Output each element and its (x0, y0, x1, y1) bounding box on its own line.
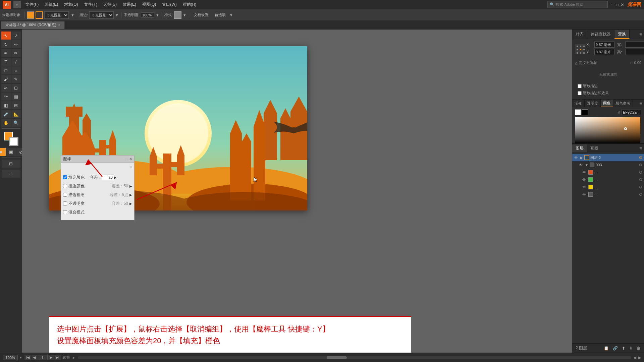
menu-type[interactable]: 文字(T) (82, 1, 100, 8)
artboard-tool[interactable]: ⊟ (2, 160, 20, 168)
panel-minimize-icon[interactable]: ─ (125, 157, 128, 161)
stroke-color-swatch[interactable] (36, 11, 43, 19)
tab-align[interactable]: 对齐 (572, 30, 587, 39)
reflect-tool[interactable]: ⇔ (11, 40, 21, 48)
bar-chart-tool[interactable]: ▦ (11, 93, 21, 101)
menu-object[interactable]: 对象(O) (61, 1, 80, 8)
page-input[interactable] (38, 355, 48, 360)
last-page-btn[interactable]: ▶| (54, 355, 61, 360)
prev-page-btn[interactable]: ◀ (32, 355, 37, 360)
tab-gradient[interactable]: 渐变 (572, 100, 585, 107)
delete-layer-icon[interactable]: 🗑 (635, 345, 642, 351)
scroll-left-btn[interactable]: ◀ (633, 355, 636, 360)
first-page-btn[interactable]: |◀ (24, 355, 31, 360)
dark-item-name[interactable]: ... (594, 192, 638, 196)
layer2-name[interactable]: 图层 2 (590, 155, 638, 160)
layer2-visibility-icon[interactable]: 👁 (574, 156, 579, 160)
yellow-item-name[interactable]: ... (594, 185, 638, 189)
add-anchor-tool[interactable]: ✏ (11, 49, 21, 57)
opacity-checkbox[interactable] (63, 201, 67, 205)
new-layer-icon[interactable]: 📋 (602, 345, 610, 351)
style-swatch[interactable] (174, 11, 181, 19)
green-item-circle[interactable] (639, 178, 642, 181)
minimize-icon[interactable]: ─ (611, 2, 614, 7)
menu-edit[interactable]: 编辑(E) (42, 1, 61, 8)
menu-view[interactable]: 视图(Q) (140, 1, 159, 8)
play-button[interactable]: ► (72, 356, 76, 360)
horizontal-scrollbar[interactable] (78, 356, 631, 359)
tab-transform[interactable]: 变换 (614, 30, 630, 39)
layer-item-orange[interactable]: 👁 ... (572, 169, 644, 176)
fill-tolerance-arrow[interactable]: ▶ (114, 176, 117, 179)
blend-tool[interactable]: ∞ (1, 84, 11, 92)
fill-tolerance-input[interactable] (102, 175, 114, 180)
gradient-tool[interactable]: ◧ (1, 101, 11, 109)
color-spectrum[interactable] (575, 117, 640, 143)
layer-item-green[interactable]: 👁 ... (572, 176, 644, 183)
layer-item-layer2[interactable]: 👁 ▶ 图层 2 (572, 154, 644, 161)
color-selector-dot[interactable] (624, 127, 627, 130)
orange-item-circle[interactable] (639, 171, 642, 174)
gradient-mode-btn[interactable]: ▣ (6, 148, 16, 156)
width-input[interactable] (625, 42, 644, 48)
tab-close-button[interactable]: × (58, 23, 60, 27)
panel-close-icon[interactable]: ✕ (129, 157, 132, 161)
type-tool[interactable]: T (1, 58, 11, 66)
menu-select[interactable]: 选择(S) (101, 1, 119, 8)
warp-tool[interactable]: 〜 (1, 93, 11, 101)
more-tools[interactable]: ··· (2, 170, 20, 178)
home-icon[interactable]: ⌂ (13, 1, 21, 8)
right-panel-options[interactable]: ≡ (637, 31, 644, 38)
direct-selection-tool[interactable]: ↗ (11, 32, 21, 40)
tab-color-ref[interactable]: 颜色参考 (613, 100, 633, 107)
layer003-visibility-icon[interactable]: 👁 (579, 163, 584, 167)
layer-item-dark[interactable]: 👁 ... (572, 191, 644, 198)
color-panel-options[interactable]: ≡ (637, 100, 644, 107)
more-tools-btn[interactable]: ··· (2, 170, 20, 178)
eyedropper-tool[interactable]: 💉 (1, 110, 11, 118)
hand-tool[interactable]: ✋ (1, 119, 11, 127)
next-page-btn[interactable]: ▶ (48, 355, 54, 360)
tab-layers[interactable]: 图层 (572, 144, 587, 152)
stroke-color-checkbox[interactable] (63, 184, 67, 188)
free-transform-tool[interactable]: ⊡ (11, 84, 21, 92)
rectangle-tool[interactable]: □ (1, 66, 11, 74)
y-input[interactable] (594, 49, 614, 55)
scale-effects-checkbox[interactable] (578, 91, 582, 95)
add-layer-icon[interactable]: 🔗 (611, 345, 619, 351)
opacity-input[interactable] (141, 12, 154, 18)
scale-strokes-checkbox[interactable] (578, 84, 582, 88)
stroke-type-select[interactable]: 3 点圆形 (44, 11, 69, 19)
menu-file[interactable]: 文件(F) (23, 1, 41, 8)
pen-tool[interactable]: ✒ (1, 49, 11, 57)
zoom-input[interactable] (3, 355, 18, 360)
zoom-tool[interactable]: 🔍 (11, 119, 21, 127)
dark-item-visibility[interactable]: 👁 (582, 192, 587, 196)
menu-window[interactable]: 窗口(W) (159, 1, 179, 8)
scroll-right-btn[interactable]: ▶ (638, 355, 641, 360)
close-icon[interactable]: ✕ (621, 2, 624, 7)
color-mode-btn[interactable]: ■ (0, 148, 6, 156)
black-swatch[interactable] (582, 109, 588, 115)
pencil-tool[interactable]: ✎ (11, 75, 21, 83)
blend-mode-checkbox[interactable] (63, 210, 67, 214)
prefs-button[interactable]: 首选项 (212, 11, 228, 18)
mesh-tool[interactable]: ⊞ (11, 101, 21, 109)
x-input[interactable] (594, 42, 614, 48)
hex-value[interactable]: EF9D2E (621, 110, 641, 115)
move-up-icon[interactable]: ⬆ (621, 345, 627, 351)
white-swatch[interactable] (575, 109, 581, 115)
height-input[interactable] (625, 49, 644, 55)
stroke-width-checkbox[interactable] (63, 193, 67, 197)
opacity-arrow[interactable]: ▶ (129, 202, 132, 205)
stroke-width-arrow[interactable]: ▶ (129, 193, 132, 197)
green-item-name[interactable]: ... (594, 178, 638, 182)
maximize-icon[interactable]: □ (616, 2, 619, 7)
stroke-color-box[interactable] (9, 137, 18, 146)
line-tool[interactable]: / (11, 58, 21, 66)
zoom-dropdown-icon[interactable]: ▼ (19, 356, 22, 359)
rotate-tool[interactable]: ↻ (1, 40, 11, 48)
layers-panel-options[interactable]: ≡ (637, 145, 644, 152)
dark-item-circle[interactable] (639, 193, 642, 196)
fill-color-swatch[interactable] (27, 11, 34, 19)
